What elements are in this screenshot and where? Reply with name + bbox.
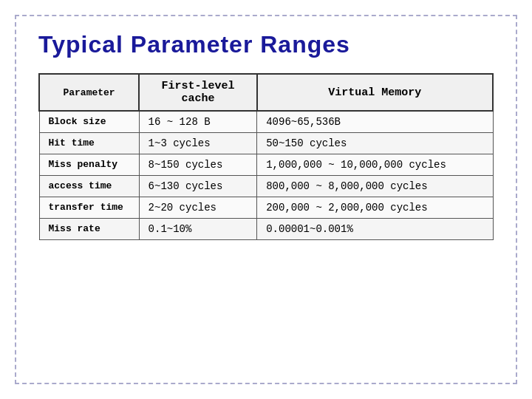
cell-first-cache: 1~3 cycles xyxy=(139,133,257,154)
slide-title: Typical Parameter Ranges xyxy=(38,31,494,58)
cell-param: Hit time xyxy=(39,133,139,154)
header-parameter: Parameter xyxy=(39,74,139,111)
cell-virtual-mem: 0.00001~0.001% xyxy=(257,219,493,240)
cell-virtual-mem: 800,000 ~ 8,000,000 cycles xyxy=(257,176,493,197)
header-virtual-memory: Virtual Memory xyxy=(257,74,493,111)
table-row: access time6~130 cycles800,000 ~ 8,000,0… xyxy=(39,176,493,197)
table-row: transfer time2~20 cycles200,000 ~ 2,000,… xyxy=(39,197,493,219)
cell-first-cache: 0.1~10% xyxy=(139,219,257,240)
cell-first-cache: 6~130 cycles xyxy=(139,176,257,197)
cell-param: access time xyxy=(39,176,139,197)
cell-first-cache: 8~150 cycles xyxy=(139,154,257,176)
cell-virtual-mem: 1,000,000 ~ 10,000,000 cycles xyxy=(257,154,493,176)
table-row: Miss penalty8~150 cycles1,000,000 ~ 10,0… xyxy=(39,154,493,176)
cell-param: Block size xyxy=(39,111,139,133)
cell-virtual-mem: 200,000 ~ 2,000,000 cycles xyxy=(257,197,493,219)
slide-container: Typical Parameter Ranges Parameter First… xyxy=(15,15,517,384)
header-first-cache: First-level cache xyxy=(139,74,257,111)
table-wrapper: Parameter First-level cache Virtual Memo… xyxy=(38,73,494,368)
table-row: Miss rate0.1~10%0.00001~0.001% xyxy=(39,219,493,240)
cell-virtual-mem: 50~150 cycles xyxy=(257,133,493,154)
table-row: Block size16 ~ 128 B4096~65,536B xyxy=(39,111,493,133)
cell-param: Miss penalty xyxy=(39,154,139,176)
parameter-table: Parameter First-level cache Virtual Memo… xyxy=(38,73,494,240)
cell-virtual-mem: 4096~65,536B xyxy=(257,111,493,133)
table-header-row: Parameter First-level cache Virtual Memo… xyxy=(39,74,493,111)
table-row: Hit time1~3 cycles50~150 cycles xyxy=(39,133,493,154)
cell-param: Miss rate xyxy=(39,219,139,240)
cell-param: transfer time xyxy=(39,197,139,219)
cell-first-cache: 2~20 cycles xyxy=(139,197,257,219)
cell-first-cache: 16 ~ 128 B xyxy=(139,111,257,133)
